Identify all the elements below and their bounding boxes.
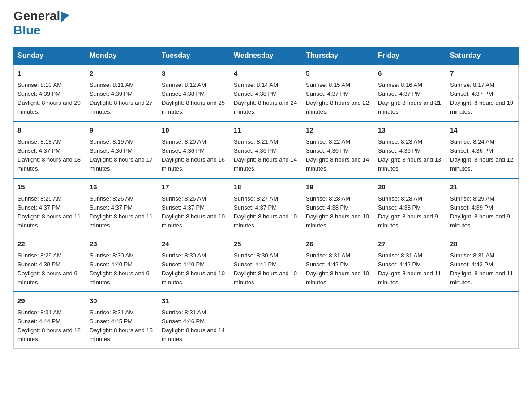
logo: General Blue bbox=[13, 9, 69, 38]
day-number: 25 bbox=[234, 239, 298, 249]
day-number: 11 bbox=[234, 125, 298, 136]
calendar-cell: 25 Sunrise: 8:30 AMSunset: 4:41 PMDaylig… bbox=[230, 235, 302, 292]
day-info: Sunrise: 8:17 AMSunset: 4:37 PMDaylight:… bbox=[450, 81, 513, 115]
calendar-cell: 7 Sunrise: 8:17 AMSunset: 4:37 PMDayligh… bbox=[446, 64, 519, 121]
day-number: 12 bbox=[306, 125, 370, 136]
calendar-cell bbox=[230, 292, 302, 349]
day-info: Sunrise: 8:26 AMSunset: 4:37 PMDaylight:… bbox=[162, 195, 225, 229]
day-info: Sunrise: 8:12 AMSunset: 4:38 PMDaylight:… bbox=[162, 81, 225, 115]
calendar-cell: 29 Sunrise: 8:31 AMSunset: 4:44 PMDaylig… bbox=[14, 292, 86, 349]
calendar-cell: 14 Sunrise: 8:24 AMSunset: 4:36 PMDaylig… bbox=[446, 121, 519, 178]
calendar-week-row: 15 Sunrise: 8:25 AMSunset: 4:37 PMDaylig… bbox=[14, 178, 519, 235]
day-number: 21 bbox=[450, 182, 515, 193]
day-number: 31 bbox=[162, 296, 226, 306]
calendar-cell: 21 Sunrise: 8:29 AMSunset: 4:39 PMDaylig… bbox=[446, 178, 519, 235]
calendar-cell: 19 Sunrise: 8:28 AMSunset: 4:38 PMDaylig… bbox=[302, 178, 374, 235]
day-number: 6 bbox=[378, 68, 442, 79]
calendar-table: SundayMondayTuesdayWednesdayThursdayFrid… bbox=[13, 47, 519, 349]
day-number: 28 bbox=[450, 239, 515, 249]
calendar-cell: 16 Sunrise: 8:26 AMSunset: 4:37 PMDaylig… bbox=[86, 178, 158, 235]
day-info: Sunrise: 8:31 AMSunset: 4:42 PMDaylight:… bbox=[378, 252, 441, 286]
calendar-cell: 20 Sunrise: 8:28 AMSunset: 4:38 PMDaylig… bbox=[374, 178, 446, 235]
day-number: 27 bbox=[378, 239, 442, 249]
day-info: Sunrise: 8:30 AMSunset: 4:40 PMDaylight:… bbox=[162, 252, 225, 286]
page-header: General Blue bbox=[13, 9, 519, 38]
day-info: Sunrise: 8:30 AMSunset: 4:41 PMDaylight:… bbox=[234, 252, 297, 286]
day-number: 5 bbox=[306, 68, 370, 79]
day-info: Sunrise: 8:26 AMSunset: 4:37 PMDaylight:… bbox=[90, 195, 153, 229]
calendar-cell: 6 Sunrise: 8:16 AMSunset: 4:37 PMDayligh… bbox=[374, 64, 446, 121]
day-number: 7 bbox=[450, 68, 515, 79]
calendar-week-row: 22 Sunrise: 8:29 AMSunset: 4:39 PMDaylig… bbox=[14, 235, 519, 292]
day-info: Sunrise: 8:19 AMSunset: 4:36 PMDaylight:… bbox=[90, 138, 153, 172]
day-info: Sunrise: 8:16 AMSunset: 4:37 PMDaylight:… bbox=[378, 81, 441, 115]
day-info: Sunrise: 8:23 AMSunset: 4:36 PMDaylight:… bbox=[378, 138, 441, 172]
day-info: Sunrise: 8:28 AMSunset: 4:38 PMDaylight:… bbox=[378, 195, 438, 229]
day-info: Sunrise: 8:29 AMSunset: 4:39 PMDaylight:… bbox=[17, 252, 77, 286]
calendar-cell: 2 Sunrise: 8:11 AMSunset: 4:39 PMDayligh… bbox=[86, 64, 158, 121]
day-number: 17 bbox=[162, 182, 226, 193]
col-header-thursday: Thursday bbox=[302, 47, 374, 65]
day-number: 15 bbox=[17, 182, 82, 193]
day-info: Sunrise: 8:22 AMSunset: 4:36 PMDaylight:… bbox=[306, 138, 369, 172]
day-number: 23 bbox=[90, 239, 154, 249]
calendar-cell bbox=[374, 292, 446, 349]
calendar-cell: 4 Sunrise: 8:14 AMSunset: 4:38 PMDayligh… bbox=[230, 64, 302, 121]
day-info: Sunrise: 8:15 AMSunset: 4:37 PMDaylight:… bbox=[306, 81, 369, 115]
calendar-cell bbox=[302, 292, 374, 349]
day-number: 14 bbox=[450, 125, 515, 136]
day-info: Sunrise: 8:27 AMSunset: 4:37 PMDaylight:… bbox=[234, 195, 297, 229]
calendar-cell: 11 Sunrise: 8:21 AMSunset: 4:36 PMDaylig… bbox=[230, 121, 302, 178]
day-number: 4 bbox=[234, 68, 298, 79]
day-info: Sunrise: 8:11 AMSunset: 4:39 PMDaylight:… bbox=[90, 81, 153, 115]
day-info: Sunrise: 8:14 AMSunset: 4:38 PMDaylight:… bbox=[234, 81, 297, 115]
col-header-friday: Friday bbox=[374, 47, 446, 65]
calendar-cell: 18 Sunrise: 8:27 AMSunset: 4:37 PMDaylig… bbox=[230, 178, 302, 235]
calendar-cell: 30 Sunrise: 8:31 AMSunset: 4:45 PMDaylig… bbox=[86, 292, 158, 349]
day-info: Sunrise: 8:31 AMSunset: 4:45 PMDaylight:… bbox=[90, 309, 153, 342]
day-info: Sunrise: 8:24 AMSunset: 4:36 PMDaylight:… bbox=[450, 138, 513, 172]
day-info: Sunrise: 8:18 AMSunset: 4:37 PMDaylight:… bbox=[17, 138, 81, 172]
day-number: 13 bbox=[378, 125, 442, 136]
calendar-cell: 27 Sunrise: 8:31 AMSunset: 4:42 PMDaylig… bbox=[374, 235, 446, 292]
col-header-saturday: Saturday bbox=[446, 47, 519, 65]
calendar-cell: 5 Sunrise: 8:15 AMSunset: 4:37 PMDayligh… bbox=[302, 64, 374, 121]
calendar-week-row: 8 Sunrise: 8:18 AMSunset: 4:37 PMDayligh… bbox=[14, 121, 519, 178]
calendar-cell: 26 Sunrise: 8:31 AMSunset: 4:42 PMDaylig… bbox=[302, 235, 374, 292]
calendar-cell: 9 Sunrise: 8:19 AMSunset: 4:36 PMDayligh… bbox=[86, 121, 158, 178]
day-number: 3 bbox=[162, 68, 226, 79]
day-info: Sunrise: 8:20 AMSunset: 4:36 PMDaylight:… bbox=[162, 138, 225, 172]
day-info: Sunrise: 8:30 AMSunset: 4:40 PMDaylight:… bbox=[90, 252, 150, 286]
calendar-cell: 12 Sunrise: 8:22 AMSunset: 4:36 PMDaylig… bbox=[302, 121, 374, 178]
day-number: 16 bbox=[90, 182, 154, 193]
calendar-cell: 8 Sunrise: 8:18 AMSunset: 4:37 PMDayligh… bbox=[14, 121, 86, 178]
day-number: 19 bbox=[306, 182, 370, 193]
day-number: 22 bbox=[17, 239, 82, 249]
day-number: 26 bbox=[306, 239, 370, 249]
calendar-cell: 10 Sunrise: 8:20 AMSunset: 4:36 PMDaylig… bbox=[158, 121, 230, 178]
day-number: 2 bbox=[90, 68, 154, 79]
calendar-cell: 22 Sunrise: 8:29 AMSunset: 4:39 PMDaylig… bbox=[14, 235, 86, 292]
day-number: 9 bbox=[90, 125, 154, 136]
day-number: 29 bbox=[17, 296, 82, 306]
day-info: Sunrise: 8:25 AMSunset: 4:37 PMDaylight:… bbox=[17, 195, 81, 229]
col-header-monday: Monday bbox=[86, 47, 158, 65]
day-info: Sunrise: 8:31 AMSunset: 4:43 PMDaylight:… bbox=[450, 252, 513, 286]
calendar-header-row: SundayMondayTuesdayWednesdayThursdayFrid… bbox=[14, 47, 519, 65]
logo-blue-text: Blue bbox=[13, 23, 41, 38]
calendar-cell bbox=[446, 292, 519, 349]
calendar-cell: 31 Sunrise: 8:31 AMSunset: 4:46 PMDaylig… bbox=[158, 292, 230, 349]
col-header-sunday: Sunday bbox=[14, 47, 86, 65]
day-info: Sunrise: 8:31 AMSunset: 4:44 PMDaylight:… bbox=[17, 309, 81, 342]
day-number: 20 bbox=[378, 182, 442, 193]
day-number: 8 bbox=[17, 125, 82, 136]
calendar-cell: 23 Sunrise: 8:30 AMSunset: 4:40 PMDaylig… bbox=[86, 235, 158, 292]
calendar-cell: 24 Sunrise: 8:30 AMSunset: 4:40 PMDaylig… bbox=[158, 235, 230, 292]
calendar-cell: 17 Sunrise: 8:26 AMSunset: 4:37 PMDaylig… bbox=[158, 178, 230, 235]
calendar-cell: 3 Sunrise: 8:12 AMSunset: 4:38 PMDayligh… bbox=[158, 64, 230, 121]
day-info: Sunrise: 8:10 AMSunset: 4:39 PMDaylight:… bbox=[17, 81, 81, 115]
day-info: Sunrise: 8:28 AMSunset: 4:38 PMDaylight:… bbox=[306, 195, 369, 229]
calendar-week-row: 1 Sunrise: 8:10 AMSunset: 4:39 PMDayligh… bbox=[14, 64, 519, 121]
calendar-cell: 15 Sunrise: 8:25 AMSunset: 4:37 PMDaylig… bbox=[14, 178, 86, 235]
day-info: Sunrise: 8:31 AMSunset: 4:42 PMDaylight:… bbox=[306, 252, 369, 286]
